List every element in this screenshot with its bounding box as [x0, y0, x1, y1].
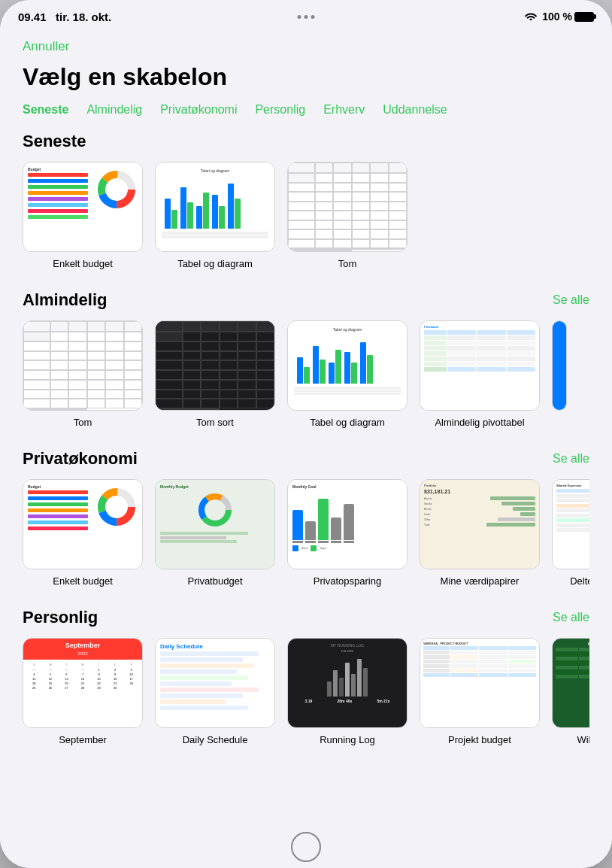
template-label: Privatopsparing	[314, 575, 381, 587]
section-privatoekonomi: Privatøkonomi Se alle Budget	[0, 449, 612, 608]
personlig-title: Personlig	[23, 608, 98, 627]
template-thumb-tom-common	[23, 320, 143, 411]
template-label: Tom sort	[196, 417, 234, 428]
template-label: Tabel og diagram	[177, 258, 253, 269]
template-tom-sort[interactable]: Tom sort	[155, 320, 275, 428]
tab-almindelig[interactable]: Almindelig	[86, 103, 142, 117]
nav-bar: Annuller	[0, 33, 612, 54]
almindelig-templates: Tom	[23, 320, 589, 431]
tab-personlig[interactable]: Personlig	[255, 103, 305, 117]
cancel-button[interactable]: Annuller	[23, 39, 69, 54]
template-label: September	[59, 734, 107, 745]
template-pivottabel[interactable]: Pivottabel	[420, 320, 540, 428]
filter-tabs: Seneste Almindelig Privatøkonomi Personl…	[0, 103, 612, 132]
template-thumb-pivottabel: Pivottabel	[420, 320, 540, 411]
template-thumb-tom	[287, 162, 407, 252]
privatoekonomi-see-all[interactable]: Se alle	[553, 452, 589, 466]
template-tom-recent[interactable]: Tom	[287, 162, 407, 269]
tab-uddannelse[interactable]: Uddannelse	[383, 103, 447, 117]
personlig-see-all[interactable]: Se alle	[553, 611, 589, 624]
ipad-device: 09.41 tir. 18. okt. 100 % Annuller	[0, 0, 612, 868]
section-almindelig: Almindelig Se alle	[0, 290, 612, 449]
template-thumb-tabel-diagram-common: Tabel og diagram	[287, 320, 407, 411]
almindelig-title: Almindelig	[23, 290, 107, 310]
template-thumb-vaerdipapirer: Portfolio $31,181.21 Assets Stocks	[420, 479, 540, 569]
template-label: Delte udgi…	[570, 575, 589, 587]
template-partial-common[interactable]	[552, 320, 567, 428]
tab-privatoekonomi[interactable]: Privatøkonomi	[160, 103, 237, 117]
seneste-header: Seneste	[23, 132, 589, 151]
page-title: Vælg en skabelon	[0, 54, 612, 103]
template-thumb-projekt: VANESSA - PROJECT BUDGET	[420, 638, 540, 728]
template-label: Enkelt budget	[53, 258, 113, 269]
almindelig-see-all[interactable]: Se alle	[553, 293, 589, 307]
template-thumb-enkelt-budget-finance: Budget	[23, 479, 143, 569]
template-thumb-privatopsparing: Monthly Goal	[287, 479, 407, 569]
template-privatopsparing[interactable]: Monthly Goal	[287, 479, 407, 587]
privatoekonomi-title: Privatøkonomi	[23, 449, 138, 469]
template-tom-common[interactable]: Tom	[23, 320, 143, 428]
template-september[interactable]: September2022 S M T W T F S	[23, 638, 143, 745]
battery-status: 100 %	[542, 11, 594, 23]
home-bar	[0, 826, 612, 868]
template-projekt-budget[interactable]: VANESSA - PROJECT BUDGET	[420, 638, 540, 745]
personlig-header: Personlig Se alle	[23, 608, 589, 627]
template-label: Running Log	[320, 734, 375, 745]
template-label: Privatbudget	[188, 575, 243, 587]
three-dots	[298, 15, 315, 19]
template-label: Almindelig pivottabel	[435, 417, 524, 428]
template-enkelt-budget-recent[interactable]: Budget	[23, 162, 143, 269]
template-label: Projekt budget	[448, 734, 511, 745]
template-thumb-running: MY RUNNING LOG Fall 2022	[287, 638, 407, 728]
seneste-templates: Budget	[23, 162, 589, 272]
status-right: 100 %	[524, 11, 594, 23]
section-seneste: Seneste Budget	[0, 132, 612, 290]
template-label: Mine værdipapirer	[441, 575, 520, 587]
template-label: Tom	[74, 417, 92, 428]
personlig-templates: September2022 S M T W T F S	[23, 638, 589, 748]
template-running-log[interactable]: MY RUNNING LOG Fall 2022	[287, 638, 407, 745]
privatoekonomi-templates: Budget	[23, 479, 589, 590]
section-personlig: Personlig Se alle September2022 S M	[0, 608, 612, 766]
template-thumb-delte: Shared Expenses	[552, 479, 589, 569]
battery-icon	[574, 12, 594, 22]
template-mine-vaerdipapirer[interactable]: Portfolio $31,181.21 Assets Stocks	[420, 479, 540, 587]
template-thumb-tabel-diagram: Tabel og diagram	[155, 162, 275, 252]
template-thumb-enkelt-budget: Budget	[23, 162, 143, 252]
seneste-title: Seneste	[23, 132, 86, 151]
template-tabel-diagram-recent[interactable]: Tabel og diagram	[155, 162, 275, 269]
template-privatbudget[interactable]: Monthly Budget	[155, 479, 275, 587]
template-delte-udgifter[interactable]: Shared Expenses	[552, 479, 589, 587]
tab-seneste[interactable]: Seneste	[23, 103, 68, 117]
template-thumb-schedule: Daily Schedule	[155, 638, 275, 728]
template-thumb-september: September2022 S M T W T F S	[23, 638, 143, 728]
status-bar: 09.41 tir. 18. okt. 100 %	[0, 0, 612, 33]
status-time: 09.41 tir. 18. okt.	[18, 11, 111, 23]
main-content: Annuller Vælg en skabelon Seneste Almind…	[0, 33, 612, 826]
template-label: Daily Schedule	[183, 734, 248, 745]
home-button[interactable]	[291, 832, 321, 862]
template-thumb-tom-sort	[155, 320, 275, 411]
template-tabel-diagram-common[interactable]: Tabel og diagram	[287, 320, 407, 428]
template-thumb-partial	[552, 320, 567, 411]
template-thumb-soccer: WILDCATS SOCCER TEAM	[552, 638, 589, 728]
almindelig-header: Almindelig Se alle	[23, 290, 589, 310]
wifi-icon	[524, 11, 538, 23]
template-enkelt-budget-finance[interactable]: Budget	[23, 479, 143, 587]
template-label: Tom	[338, 258, 357, 269]
tab-erhverv[interactable]: Erhverv	[323, 103, 365, 117]
template-soccer[interactable]: WILDCATS SOCCER TEAM	[552, 638, 589, 745]
template-label: Enkelt budget	[53, 575, 113, 587]
template-label: Wildcats Soccer	[577, 734, 589, 745]
template-label: Tabel og diagram	[310, 417, 385, 428]
template-daily-schedule[interactable]: Daily Schedule	[155, 638, 275, 745]
privatoekonomi-header: Privatøkonomi Se alle	[23, 449, 589, 469]
template-thumb-privatbudget: Monthly Budget	[155, 479, 275, 569]
